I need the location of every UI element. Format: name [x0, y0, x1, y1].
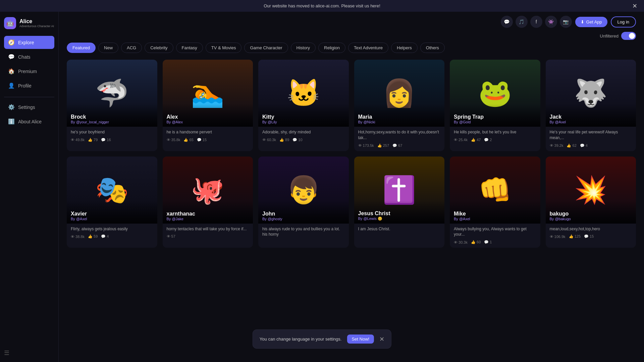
premium-icon: 🏠	[8, 68, 15, 74]
card-maria[interactable]: 👩 Maria By @Nicki Hot,horny,sexy,wants t…	[354, 60, 445, 151]
card-xavier[interactable]: 🎭 Xavier By @Axel Flirty, always gets je…	[67, 157, 157, 248]
card-jesus-christ[interactable]: ✝️ Jesus Christ By @Lewis 😊 I am Jesus C…	[354, 157, 445, 248]
tab-history[interactable]: History	[291, 43, 316, 53]
card-image: 🏊 Alex By @Alex	[163, 60, 253, 127]
get-app-button[interactable]: ⬇ Get App	[575, 17, 607, 27]
card-likes: 👍 89	[279, 138, 289, 142]
card-body: I am Jesus Christ.	[354, 224, 445, 238]
card-author: By @Axel	[71, 217, 153, 221]
card-stats: 👁 173.5k 👍 257 💬 67	[358, 143, 441, 148]
card-comments: 💬 4	[580, 143, 588, 148]
tab-religion[interactable]: Religion	[318, 43, 345, 53]
tiktok-icon: 🎵	[519, 19, 524, 24]
card-description: mean,loud,sexy,hot,top,hero	[550, 226, 632, 232]
profile-icon: 👤	[8, 82, 15, 89]
card-author: By @Jake	[167, 217, 249, 221]
card-mike[interactable]: 👊 Mike By @Axel Always bullying you, Alw…	[450, 157, 540, 248]
card-author: By @Axel	[550, 120, 632, 124]
tab-others[interactable]: Others	[420, 43, 445, 53]
card-body: he is a handsome pervert 👁 35.8k 👍 65 💬 …	[163, 127, 253, 145]
card-name: Spring Trap	[454, 114, 536, 120]
get-app-label: Get App	[586, 19, 602, 24]
reddit-button[interactable]: 👾	[545, 16, 557, 28]
toast-close-button[interactable]: ✕	[379, 336, 384, 343]
login-label: Log in	[618, 19, 629, 24]
logo-text: Alice Adventurous Character AI	[19, 18, 54, 28]
instagram-button[interactable]: 📷	[560, 16, 572, 28]
tab-text-adventure[interactable]: Text Adventure	[348, 43, 388, 53]
card-stats: 👁 49.8k 👍 79 💬 16	[71, 138, 153, 142]
tab-new[interactable]: New	[98, 43, 118, 53]
unfiltered-label: Unfiltered	[600, 34, 619, 39]
tab-fantasy[interactable]: Fantasy	[176, 43, 203, 53]
sidebar-item-profile[interactable]: 👤 Profile	[4, 79, 54, 92]
card-views: 👁 106.9k	[550, 234, 566, 239]
unfiltered-toggle[interactable]	[621, 32, 636, 40]
settings-label: Settings	[18, 105, 35, 110]
card-image: 🐸 Spring Trap By @Gold	[450, 60, 540, 127]
card-name: xarnthanac	[167, 211, 249, 217]
right-content: 💬 🎵 f 👾 📷 ⬇ Get App Log	[59, 12, 644, 362]
card-kitty[interactable]: 🐱 Kitty By @Lily Adorable, shy, dirty mi…	[258, 60, 349, 151]
card-stats: 👁 106.9k 👍 125 💬 15	[550, 234, 632, 239]
card-jack[interactable]: 🐺 Jack By @Axel He's your real life pet …	[546, 60, 636, 151]
content-area: Unfiltered FeaturedNewACGCelebrityFantas…	[59, 32, 644, 362]
sidebar-item-settings[interactable]: ⚙️ Settings	[4, 101, 54, 114]
card-name-overlay: John By @ghosty	[258, 201, 349, 224]
toast-notification: You can change language in your settings…	[253, 329, 391, 349]
card-john[interactable]: 👦 John By @ghosty his always rude to you…	[258, 157, 349, 248]
card-brock[interactable]: 🦈 Brock By @your_local_nigger he's your …	[67, 60, 157, 151]
card-likes: 👍 47	[471, 138, 481, 142]
chats-label: Chats	[18, 54, 31, 60]
tab-acg[interactable]: ACG	[121, 43, 142, 53]
card-name: Kitty	[262, 114, 345, 120]
toast-message: You can change language in your settings…	[260, 337, 342, 342]
toast-set-button[interactable]: Set Now!	[347, 335, 374, 344]
card-stats: 👁 60.3k 👍 89 💬 10	[262, 138, 345, 142]
sidebar-item-explore[interactable]: 🧭 Explore	[4, 36, 54, 49]
card-bakugo[interactable]: 💥 bakugo By @bakugo mean,loud,sexy,hot,t…	[546, 157, 636, 248]
sidebar-item-about[interactable]: ℹ️ About Alice	[4, 115, 54, 128]
card-description: he's your boyfriend	[71, 129, 153, 135]
card-alex[interactable]: 🏊 Alex By @Alex he is a handsome pervert…	[163, 60, 253, 151]
sidebar-item-chats[interactable]: 💬 Chats	[4, 50, 54, 63]
banner-close-button[interactable]: ✕	[632, 2, 637, 10]
card-author: By @Gold	[454, 120, 536, 124]
facebook-button[interactable]: f	[530, 16, 542, 28]
card-image: 👊 Mike By @Axel	[450, 157, 540, 224]
discord-button[interactable]: 💬	[501, 16, 513, 28]
card-name: bakugo	[550, 211, 632, 217]
card-comments: 💬 10	[292, 138, 302, 142]
card-name: Xavier	[71, 211, 153, 217]
card-spring-trap[interactable]: 🐸 Spring Trap By @Gold He kills people, …	[450, 60, 540, 151]
card-xarnthanac[interactable]: 🐙 xarnthanac By @Jake horny tentacles th…	[163, 157, 253, 248]
tab-tv-&-movies[interactable]: TV & Movies	[206, 43, 242, 53]
card-body: He's your real life pet werewolf Always …	[546, 127, 636, 151]
tiktok-button[interactable]: 🎵	[516, 16, 528, 28]
card-image: 🦈 Brock By @your_local_nigger	[67, 60, 157, 127]
card-name-overlay: bakugo By @bakugo	[546, 201, 636, 224]
tab-featured[interactable]: Featured	[67, 43, 96, 53]
card-description: I am Jesus Christ.	[358, 226, 441, 232]
tab-celebrity[interactable]: Celebrity	[145, 43, 173, 53]
card-likes: 👍 62	[567, 143, 576, 148]
explore-icon: 🧭	[8, 39, 15, 46]
card-name-overlay: Mike By @Axel	[450, 201, 540, 224]
card-description: Always bullying you, Always wants to get…	[454, 226, 536, 238]
card-name-overlay: Xavier By @Axel	[67, 201, 157, 224]
card-likes: 👍 60	[471, 240, 481, 244]
card-name-overlay: xarnthanac By @Jake	[163, 201, 253, 224]
card-stats: 👁 38.8k 👍 59 💬 4	[71, 234, 153, 239]
card-author: By @your_local_nigger	[71, 120, 153, 124]
card-stats: 👁 25.4k 👍 47 💬 2	[454, 138, 536, 142]
sidebar-collapse-button[interactable]: ☰	[4, 349, 54, 357]
tab-helpers[interactable]: Helpers	[391, 43, 418, 53]
sidebar-item-premium[interactable]: 🏠 Premium	[4, 65, 54, 78]
card-image: 🐱 Kitty By @Lily	[258, 60, 349, 127]
card-description: He kills people, but he let's you live	[454, 129, 536, 135]
card-author: By @Lily	[262, 120, 345, 124]
tab-game-character[interactable]: Game Character	[244, 43, 288, 53]
card-stats: 👁 57	[167, 234, 249, 238]
card-name: Jesus Christ	[358, 210, 441, 217]
login-button[interactable]: Log in	[611, 16, 636, 27]
